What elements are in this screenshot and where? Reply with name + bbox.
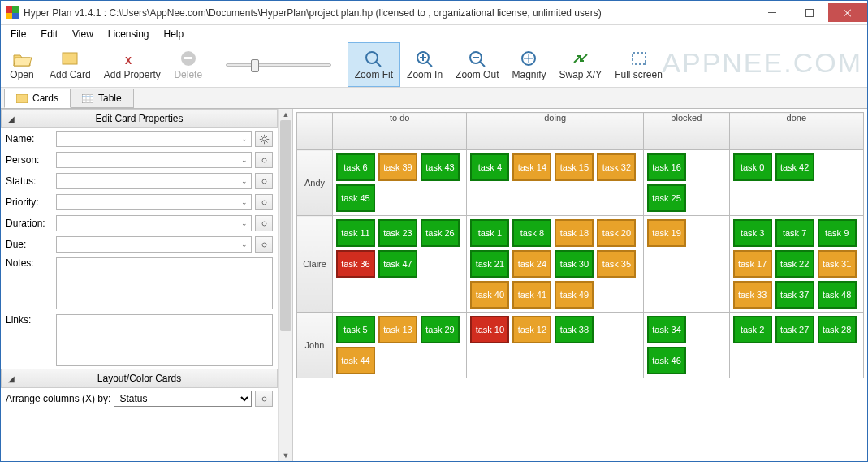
column-header[interactable]: to do	[333, 113, 467, 150]
task-card[interactable]: task 38	[555, 316, 594, 343]
task-card[interactable]: task 3	[733, 219, 772, 247]
task-card[interactable]: task 0	[733, 153, 772, 181]
zoom-fit-button[interactable]: Zoom Fit	[348, 42, 400, 87]
task-card[interactable]: task 13	[378, 316, 417, 343]
column-header[interactable]: blocked	[644, 113, 730, 150]
priority-combo[interactable]: ⌄	[56, 194, 252, 210]
add-card-button[interactable]: Add Card	[43, 42, 97, 87]
task-card[interactable]: task 46	[647, 347, 686, 374]
priority-settings[interactable]	[255, 194, 273, 210]
task-card[interactable]: task 12	[512, 316, 551, 343]
task-card[interactable]: task 16	[647, 153, 686, 181]
task-card[interactable]: task 25	[647, 184, 686, 212]
board-cell[interactable]: task 0task 42	[729, 150, 863, 216]
tab-table[interactable]: Table	[70, 89, 134, 108]
task-card[interactable]: task 44	[336, 347, 375, 374]
task-card[interactable]: task 31	[818, 250, 857, 278]
menu-edit[interactable]: Edit	[34, 27, 64, 41]
task-card[interactable]: task 1	[470, 219, 509, 247]
task-card[interactable]: task 40	[470, 281, 509, 309]
fullscreen-button[interactable]: Full screen	[608, 42, 669, 87]
task-card[interactable]: task 41	[512, 281, 551, 309]
swap-xy-button[interactable]: Swap X/Y	[553, 42, 609, 87]
task-card[interactable]: task 28	[818, 316, 857, 343]
zoom-in-button[interactable]: Zoom In	[400, 42, 449, 87]
duration-combo[interactable]: ⌄	[56, 215, 252, 231]
status-settings[interactable]	[255, 173, 273, 189]
task-card[interactable]: task 15	[555, 153, 594, 181]
task-card[interactable]: task 29	[421, 316, 460, 343]
task-card[interactable]: task 20	[597, 219, 636, 247]
board-cell[interactable]: task 2task 27task 28	[729, 313, 863, 378]
scroll-thumb[interactable]	[280, 120, 291, 331]
task-card[interactable]: task 43	[421, 153, 460, 181]
board-cell[interactable]: task 34task 46	[644, 313, 730, 378]
task-card[interactable]: task 10	[470, 316, 509, 343]
add-property-button[interactable]: X Add Property	[97, 42, 167, 87]
task-card[interactable]: task 21	[470, 250, 509, 278]
task-card[interactable]: task 49	[555, 281, 594, 309]
notes-field[interactable]	[56, 257, 273, 309]
task-card[interactable]: task 33	[733, 281, 772, 309]
links-field[interactable]	[56, 314, 273, 366]
arrange-columns-settings[interactable]	[255, 391, 273, 407]
minimize-button[interactable]	[754, 3, 791, 22]
task-card[interactable]: task 9	[818, 219, 857, 247]
row-header[interactable]: Andy	[297, 150, 333, 216]
task-card[interactable]: task 24	[512, 250, 551, 278]
task-card[interactable]: task 30	[555, 250, 594, 278]
person-combo[interactable]: ⌄	[56, 152, 252, 168]
task-card[interactable]: task 11	[336, 219, 375, 247]
task-card[interactable]: task 8	[512, 219, 551, 247]
due-settings[interactable]	[255, 236, 273, 253]
task-card[interactable]: task 17	[733, 250, 772, 278]
menu-view[interactable]: View	[66, 27, 100, 41]
scroll-down-icon[interactable]: ▼	[279, 450, 293, 461]
arrange-columns-select[interactable]: Status	[114, 391, 252, 407]
status-combo[interactable]: ⌄	[56, 173, 252, 189]
magnify-button[interactable]: Magnify	[505, 42, 552, 87]
task-card[interactable]: task 14	[512, 153, 551, 181]
side-scrollbar[interactable]: ▲ ▼	[278, 109, 292, 461]
board-cell[interactable]: task 5task 13task 29task 44	[333, 313, 467, 378]
board-cell[interactable]: task 6task 39task 43task 45	[333, 150, 467, 216]
maximize-button[interactable]	[791, 3, 828, 22]
board-cell[interactable]: task 19	[644, 216, 730, 313]
board-cell[interactable]: task 11task 23task 26task 36task 47	[333, 216, 467, 313]
board-cell[interactable]: task 16task 25	[644, 150, 730, 216]
zoom-out-button[interactable]: Zoom Out	[449, 42, 505, 87]
edit-card-header[interactable]: ◢ Edit Card Properties	[1, 109, 278, 128]
menu-help[interactable]: Help	[158, 27, 191, 41]
task-card[interactable]: task 45	[336, 184, 375, 212]
menu-licensing[interactable]: Licensing	[101, 27, 156, 41]
task-card[interactable]: task 35	[597, 250, 636, 278]
column-header[interactable]: done	[729, 113, 863, 150]
task-card[interactable]: task 32	[597, 153, 636, 181]
layout-header[interactable]: ◢ Layout/Color Cards	[1, 369, 278, 388]
board-cell[interactable]: task 1task 8task 18task 20task 21task 24…	[467, 216, 644, 313]
task-card[interactable]: task 36	[336, 250, 375, 278]
row-header[interactable]: John	[297, 313, 333, 378]
name-settings[interactable]	[255, 131, 273, 147]
row-header[interactable]: Claire	[297, 216, 333, 313]
task-card[interactable]: task 7	[775, 219, 814, 247]
task-card[interactable]: task 47	[378, 250, 417, 278]
task-card[interactable]: task 26	[421, 219, 460, 247]
board-cell[interactable]: task 4task 14task 15task 32	[467, 150, 644, 216]
task-card[interactable]: task 42	[775, 153, 814, 181]
duration-settings[interactable]	[255, 215, 273, 231]
task-card[interactable]: task 27	[775, 316, 814, 343]
board-cell[interactable]: task 10task 12task 38	[467, 313, 644, 378]
zoom-slider[interactable]	[209, 42, 348, 87]
board-cell[interactable]: task 3task 7task 9task 17task 22task 31t…	[729, 216, 863, 313]
task-card[interactable]: task 34	[647, 316, 686, 343]
task-card[interactable]: task 6	[336, 153, 375, 181]
close-button[interactable]	[828, 3, 867, 22]
task-card[interactable]: task 48	[818, 281, 857, 309]
task-card[interactable]: task 5	[336, 316, 375, 343]
delete-button[interactable]: Delete	[167, 42, 209, 87]
tab-cards[interactable]: Cards	[4, 89, 71, 108]
person-settings[interactable]	[255, 152, 273, 168]
open-button[interactable]: Open	[1, 42, 43, 87]
task-card[interactable]: task 19	[647, 219, 686, 247]
